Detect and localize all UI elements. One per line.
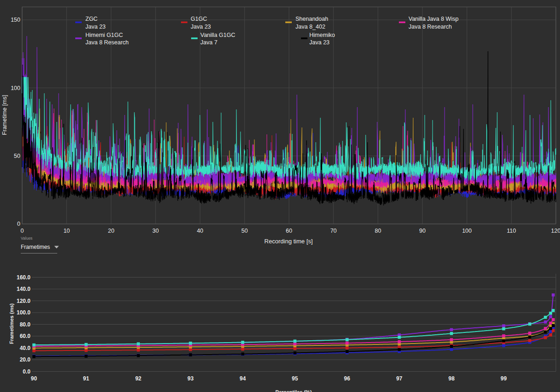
svg-text:40: 40 bbox=[197, 228, 203, 234]
svg-text:96: 96 bbox=[344, 375, 350, 382]
svg-text:10: 10 bbox=[63, 228, 70, 234]
svg-text:Recording time [s]: Recording time [s] bbox=[265, 238, 313, 245]
svg-text:60: 60 bbox=[286, 228, 292, 234]
svg-text:ZGC: ZGC bbox=[85, 16, 97, 22]
svg-text:60.0: 60.0 bbox=[20, 333, 31, 339]
svg-text:90: 90 bbox=[419, 228, 426, 234]
svg-text:Java 8_402: Java 8_402 bbox=[295, 24, 325, 30]
svg-text:0: 0 bbox=[21, 228, 24, 234]
svg-text:Java 23: Java 23 bbox=[85, 24, 106, 30]
svg-text:100: 100 bbox=[462, 228, 472, 234]
svg-text:120: 120 bbox=[551, 228, 560, 234]
svg-text:160.0: 160.0 bbox=[17, 274, 30, 281]
svg-text:20.0: 20.0 bbox=[20, 356, 31, 363]
svg-text:Java 7: Java 7 bbox=[200, 39, 217, 46]
svg-text:Frametime [ms]: Frametime [ms] bbox=[1, 95, 8, 135]
svg-text:100.0: 100.0 bbox=[17, 309, 30, 316]
svg-text:98: 98 bbox=[448, 375, 455, 382]
svg-text:30: 30 bbox=[152, 228, 159, 234]
svg-text:140.0: 140.0 bbox=[17, 286, 30, 292]
svg-text:91: 91 bbox=[83, 375, 90, 382]
svg-text:Values: Values bbox=[21, 236, 32, 241]
svg-text:20: 20 bbox=[108, 228, 114, 234]
svg-text:Java 8 Research: Java 8 Research bbox=[409, 24, 452, 30]
svg-text:50: 50 bbox=[14, 153, 20, 159]
svg-text:90: 90 bbox=[31, 375, 37, 382]
svg-text:150: 150 bbox=[11, 17, 20, 23]
svg-text:G1GC: G1GC bbox=[191, 16, 207, 22]
svg-text:Java 23: Java 23 bbox=[191, 24, 211, 30]
svg-text:93: 93 bbox=[187, 375, 194, 382]
svg-text:Frametimes (ms): Frametimes (ms) bbox=[9, 303, 14, 344]
svg-text:Vanilla Java 8 Wisp: Vanilla Java 8 Wisp bbox=[409, 16, 458, 22]
svg-text:40.0: 40.0 bbox=[20, 345, 31, 351]
svg-text:70: 70 bbox=[330, 228, 337, 234]
svg-text:99: 99 bbox=[500, 375, 507, 382]
svg-text:Java 8 Research: Java 8 Research bbox=[85, 39, 129, 46]
svg-text:100: 100 bbox=[11, 85, 20, 91]
svg-text:Vanilla G1GC: Vanilla G1GC bbox=[200, 32, 235, 38]
svg-text:Shenandoah: Shenandoah bbox=[295, 16, 328, 22]
svg-text:97: 97 bbox=[396, 375, 403, 382]
svg-text:0.0: 0.0 bbox=[23, 368, 30, 375]
svg-text:Himemiko: Himemiko bbox=[309, 32, 335, 38]
svg-text:50: 50 bbox=[241, 228, 248, 234]
svg-text:80.0: 80.0 bbox=[20, 321, 31, 328]
svg-text:Java 23: Java 23 bbox=[309, 39, 330, 46]
svg-text:110: 110 bbox=[507, 228, 516, 234]
svg-text:120.0: 120.0 bbox=[17, 298, 30, 304]
svg-text:94: 94 bbox=[240, 375, 246, 382]
svg-text:Percentiles (%): Percentiles (%) bbox=[276, 389, 312, 392]
svg-text:80: 80 bbox=[375, 228, 381, 234]
svg-text:92: 92 bbox=[135, 375, 142, 382]
svg-text:Himemi G1GC: Himemi G1GC bbox=[85, 32, 123, 38]
svg-text:0: 0 bbox=[17, 221, 20, 227]
svg-text:Frametimes: Frametimes bbox=[21, 244, 50, 250]
svg-text:95: 95 bbox=[292, 375, 298, 382]
